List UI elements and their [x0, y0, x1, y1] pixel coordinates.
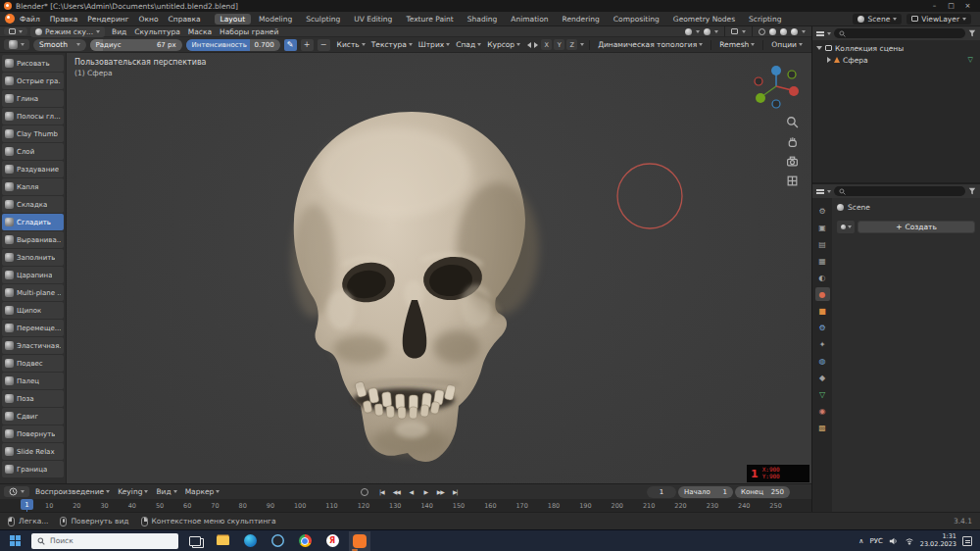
brush-popover[interactable]: Спад: [453, 40, 484, 49]
material-props-tab[interactable]: ◉: [815, 404, 830, 418]
close-button[interactable]: ×: [959, 0, 976, 12]
workspace-tab[interactable]: Geometry Nodes: [667, 14, 741, 25]
move-view-icon[interactable]: [786, 135, 799, 148]
timeline-ruler[interactable]: 1 10203040506070809010011012013014015016…: [0, 499, 811, 512]
active-tool-selector[interactable]: [4, 39, 29, 50]
shading-rendered-icon[interactable]: [791, 28, 798, 35]
sculpt-tool[interactable]: Slide Relax: [2, 443, 64, 460]
modifiers-props-tab[interactable]: ⚙: [815, 321, 830, 334]
language-indicator[interactable]: РУС: [869, 537, 882, 545]
play-button[interactable]: ▶: [418, 486, 432, 497]
particles-props-tab[interactable]: ✦: [815, 337, 830, 351]
scene-props-tab[interactable]: ◐: [815, 271, 830, 284]
outliner-search-input[interactable]: [834, 28, 965, 38]
yandex-icon[interactable]: Я: [321, 531, 343, 551]
app-icon-dark[interactable]: [267, 531, 288, 551]
radius-slider[interactable]: Радиус 67 px: [90, 39, 182, 51]
brush-popover[interactable]: Текстура: [368, 40, 416, 49]
timeline-editor-selector[interactable]: [4, 486, 29, 497]
sculpt-tool[interactable]: Царапина: [2, 267, 64, 283]
viewport-3d[interactable]: Пользовательская перспектива (1) Сфера: [67, 53, 811, 483]
sculpt-tool[interactable]: Подвес: [2, 355, 64, 372]
shading-wireframe-icon[interactable]: [759, 28, 765, 35]
remesh-popover[interactable]: Remesh: [716, 40, 758, 49]
chrome-icon[interactable]: [294, 531, 316, 551]
menu-item[interactable]: Рендеринг: [82, 12, 133, 25]
frame-start-field[interactable]: Начало 1: [678, 486, 733, 498]
shading-material-icon[interactable]: [780, 28, 787, 35]
render-props-tab[interactable]: ▣: [815, 221, 830, 234]
blender-icon[interactable]: [349, 531, 370, 551]
sculpt-tool[interactable]: Глина: [2, 90, 64, 107]
zoom-icon[interactable]: [786, 116, 799, 128]
notification-center-icon[interactable]: [962, 536, 972, 546]
blender-menu-icon[interactable]: [5, 14, 15, 24]
editor-type-selector[interactable]: [4, 27, 27, 35]
output-props-tab[interactable]: ▤: [815, 237, 830, 251]
sculpt-tool[interactable]: Multi-plane ...: [2, 284, 64, 301]
timeline-menu-item[interactable]: Keying: [114, 484, 152, 499]
edge-icon[interactable]: [239, 531, 261, 551]
object-props-tab[interactable]: ■: [815, 304, 830, 318]
workspace-tab[interactable]: Shading: [462, 14, 503, 25]
dyntopo-popover[interactable]: Динамическая топология: [595, 40, 706, 49]
menu-item[interactable]: Окно: [134, 12, 164, 25]
timeline-menu-item[interactable]: Воспроизведение: [31, 484, 114, 499]
mirror-axis-toggle[interactable]: X: [541, 39, 552, 50]
decrease-button[interactable]: −: [318, 39, 330, 51]
play-reverse-button[interactable]: ◀: [404, 486, 417, 497]
brush-popover[interactable]: Штрих: [416, 40, 453, 49]
current-frame-marker[interactable]: 1: [21, 499, 33, 510]
sculpt-tool[interactable]: Раздувание: [2, 161, 64, 177]
sculpt-tool[interactable]: Складка: [2, 196, 64, 213]
sculpt-tool[interactable]: Повернуть: [2, 426, 64, 442]
new-world-button[interactable]: + Создать: [858, 221, 975, 233]
expand-icon[interactable]: [816, 46, 822, 50]
next-keyframe-button[interactable]: ▶▶: [433, 486, 447, 497]
workspace-tab[interactable]: Scripting: [743, 14, 787, 25]
explorer-icon[interactable]: [212, 531, 233, 551]
maximize-button[interactable]: □: [943, 0, 959, 12]
sculpt-tool[interactable]: Сгладить: [2, 214, 64, 230]
workspace-tab[interactable]: Texture Paint: [400, 14, 459, 25]
workspace-tab[interactable]: Animation: [505, 14, 554, 25]
workspace-tab[interactable]: UV Editing: [348, 14, 398, 25]
pressure-toggle-button[interactable]: ✎: [284, 39, 297, 51]
workspace-tab[interactable]: Modeling: [253, 14, 298, 25]
menu-item[interactable]: Наборы граней: [216, 26, 282, 36]
filter-icon[interactable]: [968, 29, 976, 37]
overlays-icon[interactable]: [731, 28, 738, 34]
sculpt-tool[interactable]: Капля: [2, 178, 64, 195]
brush-popover[interactable]: Курсор: [484, 40, 523, 49]
sculpt-tool[interactable]: Сдвиг: [2, 408, 64, 425]
properties-editor-icon[interactable]: [816, 189, 824, 191]
sculpt-tool[interactable]: Clay Thumb: [2, 125, 64, 142]
viewlayer-selector[interactable]: ViewLayer: [906, 14, 971, 25]
sculpt-tool[interactable]: Заполнить: [2, 249, 64, 266]
sculpt-tool[interactable]: Перемеще...: [2, 320, 64, 336]
mirror-axis-toggle[interactable]: Z: [566, 39, 577, 50]
sculpt-tool[interactable]: Выравнива...: [2, 231, 64, 248]
auto-keying-toggle[interactable]: [361, 488, 368, 496]
network-icon[interactable]: [905, 536, 914, 546]
shading-solid-icon[interactable]: [769, 28, 776, 35]
options-popover[interactable]: Опции: [768, 40, 806, 49]
menu-item[interactable]: Правка: [45, 12, 83, 25]
timeline-menu-item[interactable]: Вид: [152, 484, 180, 499]
speaker-icon[interactable]: [889, 536, 899, 546]
increase-button[interactable]: +: [301, 39, 314, 51]
sculpt-tool[interactable]: Полосы гл...: [2, 108, 64, 125]
tool-props-tab[interactable]: ⚙: [815, 204, 830, 218]
workspace-tab[interactable]: Compositing: [608, 14, 665, 25]
menu-item[interactable]: Маска: [184, 26, 216, 36]
current-frame-field[interactable]: 1: [647, 486, 676, 498]
menu-item[interactable]: Скульптура: [130, 26, 184, 36]
menu-item[interactable]: Справка: [164, 12, 206, 25]
start-button[interactable]: [4, 531, 25, 551]
world-props-tab[interactable]: ●: [815, 287, 830, 301]
sculpt-tool[interactable]: Эластичная...: [2, 337, 64, 354]
sculpt-tool[interactable]: Палец: [2, 373, 64, 389]
workspace-tab[interactable]: Layout: [215, 14, 252, 25]
sculpt-tool[interactable]: Щипок: [2, 302, 64, 319]
frame-end-field[interactable]: Конец 250: [735, 486, 790, 498]
